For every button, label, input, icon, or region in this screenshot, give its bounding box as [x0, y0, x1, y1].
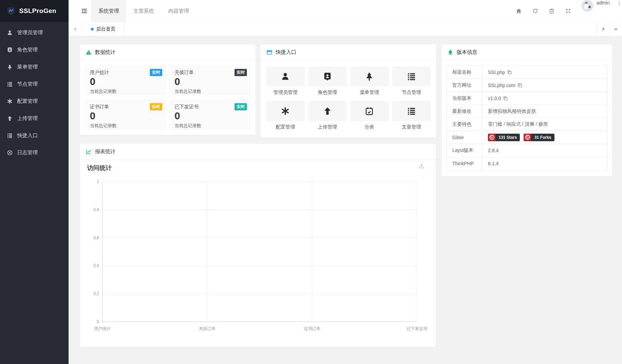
avatar[interactable]	[582, 0, 593, 12]
sidebar-item-admin[interactable]: 管理员管理	[0, 24, 69, 41]
upload-arrow-icon[interactable]	[308, 101, 347, 121]
copy-icon[interactable]	[503, 96, 508, 101]
card-title: 版本信息	[457, 49, 477, 56]
sidebar-menu: 管理员管理 角色管理 菜单管理 节点管理 配置管理 上传管理	[0, 22, 69, 161]
nav-tab-article[interactable]: 文章系统	[126, 0, 161, 22]
tree-icon[interactable]	[350, 66, 389, 86]
shortcut-label: 配置管理	[266, 124, 305, 130]
role-badge-icon[interactable]	[308, 66, 347, 86]
row-value: SSLphp	[488, 70, 505, 75]
stat-box-recharge-orders[interactable]: 充值订单 实时 0 当前总记录数	[169, 65, 251, 95]
asterisk-icon	[7, 98, 13, 104]
x-axis-label: 证书订单	[304, 326, 320, 332]
stat-box-cert-orders[interactable]: 证书订单 实时 0 当前总记录数	[85, 99, 166, 130]
more-vertical-icon[interactable]	[617, 0, 622, 6]
shortcut-label: 角色管理	[308, 89, 347, 96]
row-label: ThinkPHP	[447, 157, 482, 170]
gridline	[312, 182, 312, 321]
sidebar-item-label: 菜单管理	[17, 64, 38, 70]
realtime-badge: 实时	[150, 69, 162, 76]
tabs-scroll-right-button[interactable]	[597, 22, 609, 36]
calendar-check-icon[interactable]	[350, 101, 389, 121]
header-actions	[516, 0, 571, 22]
card-shortcuts: 快捷入口 管理员管理 角色管理 菜单管理 节点管理	[261, 45, 436, 138]
shortcut-node[interactable]: 节点管理	[392, 66, 431, 96]
sidebar-item-log[interactable]: 日志管理	[0, 144, 69, 161]
nav-tab-content[interactable]: 内容管理	[161, 0, 196, 22]
panel-card-icon	[266, 49, 272, 55]
app-window: SSLProGen 管理员管理 角色管理 菜单管理 节点管理 配置管理	[0, 0, 622, 364]
refresh-icon[interactable]	[532, 8, 538, 14]
shortcut-admin[interactable]: 管理员管理	[266, 66, 305, 96]
chevron-down-icon	[613, 27, 618, 32]
app-title: SSLProGen	[19, 7, 56, 15]
sidebar: SSLProGen 管理员管理 角色管理 菜单管理 节点管理 配置管理	[0, 0, 69, 364]
realtime-badge: 实时	[235, 69, 247, 76]
y-axis-tick: 0.8	[80, 207, 99, 212]
sidebar-item-label: 配置管理	[17, 98, 38, 105]
collapse-sidebar-button[interactable]	[77, 0, 91, 22]
user-icon	[7, 30, 13, 36]
chart-title: 访问统计	[87, 164, 112, 172]
shield-logo-icon	[6, 6, 16, 16]
gitee-logo-icon: G	[524, 134, 531, 141]
realtime-badge: 实时	[150, 103, 162, 110]
shortcut-role[interactable]: 角色管理	[308, 66, 347, 96]
row-value: SSLphp.com	[488, 83, 515, 88]
shortcut-upload[interactable]: 上传管理	[308, 101, 347, 130]
sidebar-item-menu[interactable]: 菜单管理	[0, 58, 69, 75]
list-icon[interactable]	[392, 101, 431, 121]
shortcut-menu[interactable]: 菜单管理	[350, 66, 389, 96]
fullscreen-icon[interactable]	[565, 8, 571, 14]
sidebar-item-role[interactable]: 角色管理	[0, 41, 69, 58]
shortcut-label: 管理员管理	[266, 89, 305, 96]
tabs-menu-button[interactable]	[609, 22, 622, 36]
shortcut-grid: 管理员管理 角色管理 菜单管理 节点管理 配置管理	[261, 60, 436, 136]
sidebar-item-upload[interactable]: 上传管理	[0, 110, 69, 127]
list-icon	[7, 133, 13, 138]
card-header: 快捷入口	[261, 45, 436, 60]
home-icon[interactable]	[516, 8, 522, 14]
row-value: 零门槛 / 响应式 / 清爽 / 极简	[488, 121, 548, 128]
version-table: 框架名称 SSLphp 官方网址 SSLphp.com 当前版本 v1.0.0 …	[447, 65, 607, 170]
shortcut-category[interactable]: 分类	[350, 101, 389, 130]
sidebar-item-label: 快捷入口	[17, 132, 38, 139]
asterisk-icon[interactable]	[266, 101, 305, 121]
sidebar-item-node[interactable]: 节点管理	[0, 75, 69, 93]
shortcut-article[interactable]: 文章管理	[392, 101, 431, 130]
stat-box-issued-certs[interactable]: 已下发证书 实时 0 当前总记录数	[169, 99, 251, 130]
logo[interactable]: SSLProGen	[0, 0, 69, 22]
sidebar-item-quick[interactable]: 快捷入口	[0, 127, 69, 144]
table-row: ThinkPHP 6.1.4	[447, 157, 607, 170]
gitee-forks-badge[interactable]: G 31 Forks	[524, 134, 554, 141]
stat-sub: 当前总记录数	[175, 88, 246, 95]
tabs-scroll-left-button[interactable]	[69, 22, 82, 36]
row-label: Gitee	[447, 131, 482, 144]
sidebar-item-config[interactable]: 配置管理	[0, 93, 69, 110]
gridline	[103, 210, 417, 210]
card-header: 数据统计	[80, 45, 255, 60]
upload-arrow-icon	[7, 116, 13, 121]
gridline	[103, 294, 417, 294]
y-axis-tick: 0	[80, 319, 99, 324]
chart-plot-area[interactable]	[102, 182, 417, 322]
stat-box-users[interactable]: 用户统计 实时 0 当前总记录数	[85, 65, 166, 95]
list-icon[interactable]	[392, 66, 431, 86]
copy-icon[interactable]	[507, 70, 512, 75]
badge-text: 31 Forks	[531, 134, 554, 141]
main-content: 数据统计 用户统计 实时 0 当前总记录数 充值订单 实时 0 当前总记录数 证…	[69, 36, 622, 364]
row-label: 框架名称	[447, 66, 482, 78]
sidebar-item-label: 角色管理	[17, 47, 38, 53]
table-row: 主要特色 零门槛 / 响应式 / 清爽 / 极简	[447, 118, 607, 131]
badge-text: 131 Stars	[495, 134, 520, 141]
download-chart-icon[interactable]	[418, 162, 425, 169]
tab-home[interactable]: 后台首页	[82, 22, 124, 36]
nav-tab-system[interactable]: 系统管理	[91, 0, 126, 22]
copy-icon[interactable]	[517, 83, 522, 88]
user-icon[interactable]	[266, 66, 305, 86]
gitee-stars-badge[interactable]: G 131 Stars	[488, 134, 520, 141]
stat-sub: 当前总记录数	[90, 123, 161, 129]
shortcut-config[interactable]: 配置管理	[266, 101, 305, 130]
username[interactable]: admin	[597, 0, 610, 22]
trash-icon[interactable]	[549, 8, 555, 14]
